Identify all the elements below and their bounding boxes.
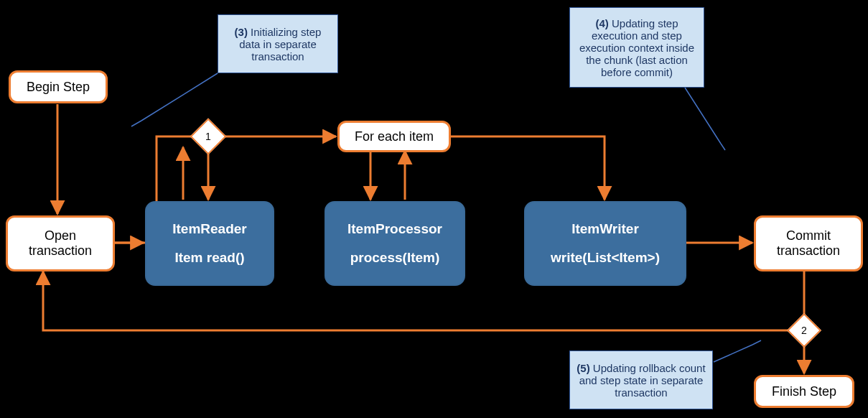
commit-transaction-label: Commit transaction — [777, 228, 840, 259]
open-transaction-node: Open transaction — [6, 215, 115, 271]
decision-2-label: 2 — [793, 320, 815, 341]
svg-line-11 — [131, 121, 141, 126]
note-5-num: (5) — [577, 362, 589, 374]
svg-line-13 — [721, 144, 725, 150]
note-3-text: Initializing step data in separate trans… — [239, 26, 321, 62]
svg-line-10 — [141, 73, 218, 121]
item-processor-node: ItemProcessor process(Item) — [325, 201, 465, 286]
note-5: (5) Updating rollback count and step sta… — [569, 350, 713, 409]
note-5-text: Updating rollback count and step state i… — [579, 362, 706, 399]
item-reader-title: ItemReader — [172, 221, 247, 237]
decision-2: 2 — [787, 313, 821, 348]
svg-line-12 — [685, 88, 721, 144]
begin-step-node: Begin Step — [9, 70, 108, 103]
decision-1-label: 1 — [197, 125, 220, 148]
finish-step-node: Finish Step — [754, 375, 854, 408]
item-processor-method: process(Item) — [350, 250, 440, 266]
item-reader-method: Item read() — [174, 250, 244, 266]
item-reader-node: ItemReader Item read() — [145, 201, 274, 286]
svg-line-15 — [752, 340, 761, 345]
begin-step-label: Begin Step — [27, 80, 90, 95]
item-processor-title: ItemProcessor — [347, 221, 442, 237]
item-writer-method: write(List<Item>) — [551, 250, 660, 266]
finish-step-label: Finish Step — [772, 384, 836, 399]
item-writer-title: ItemWriter — [571, 221, 639, 237]
decision-1: 1 — [190, 119, 227, 155]
note-4: (4) Updating step execution and step exe… — [569, 7, 704, 88]
note-3-num: (3) — [235, 26, 248, 38]
item-writer-node: ItemWriter write(List<Item>) — [524, 201, 686, 286]
svg-line-14 — [714, 345, 752, 362]
for-each-item-node: For each item — [337, 121, 451, 152]
note-4-num: (4) — [595, 17, 608, 29]
for-each-item-label: For each item — [355, 129, 434, 144]
note-3: (3) Initializing step data in separate t… — [218, 14, 338, 73]
open-transaction-label: Open transaction — [29, 228, 92, 259]
commit-transaction-node: Commit transaction — [754, 215, 863, 271]
